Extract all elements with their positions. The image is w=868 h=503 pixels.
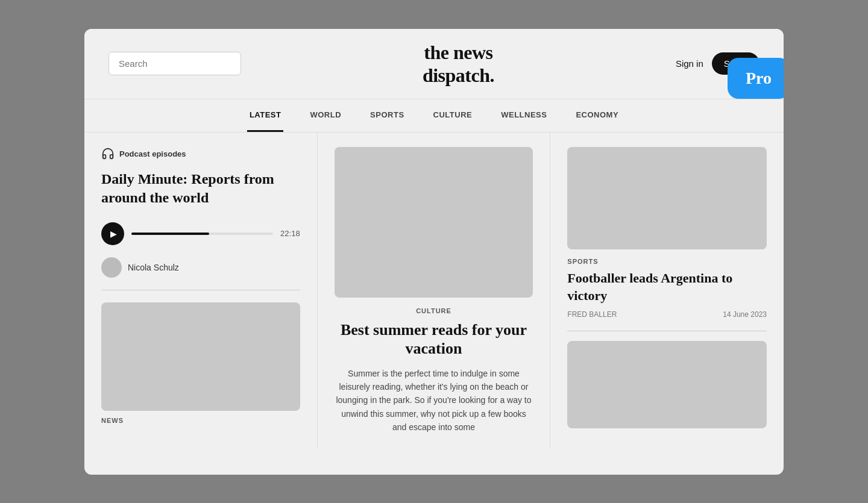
author-name: Nicola Schulz [128, 263, 179, 272]
site-title-line2: dispatch. [423, 64, 494, 86]
avatar [101, 257, 122, 278]
podcast-header: Podcast episodes [101, 147, 300, 160]
headphone-icon [101, 147, 115, 160]
podcast-label: Podcast episodes [119, 149, 186, 158]
nav: LATEST WORLD SPORTS CULTURE WELLNESS ECO… [84, 99, 784, 133]
sports-meta: FRED BALLER 14 June 2023 [567, 310, 767, 319]
nav-item-latest[interactable]: LATEST [247, 99, 284, 132]
progress-fill [131, 233, 209, 235]
divider [101, 290, 300, 290]
pro-badge[interactable]: Pro [728, 58, 784, 99]
podcast-title: Daily Minute: Reports from around the wo… [101, 170, 300, 207]
article-category: CULTURE [335, 307, 533, 314]
duration-label: 22:18 [280, 229, 300, 238]
play-button[interactable]: ▶ [101, 222, 124, 245]
author-row: Nicola Schulz [101, 257, 300, 278]
content: Podcast episodes Daily Minute: Reports f… [84, 133, 784, 448]
nav-item-economy[interactable]: ECONOMY [573, 99, 621, 132]
news-thumbnail [101, 302, 300, 411]
middle-column: CULTURE Best summer reads for your vacat… [318, 133, 551, 448]
sports-date: 14 June 2023 [723, 310, 767, 319]
divider-right [567, 331, 767, 331]
audio-player: ▶ 22:18 [101, 222, 300, 245]
sports-title: Footballer leads Argentina to victory [567, 270, 767, 304]
site-title: the news dispatch. [423, 41, 494, 87]
progress-bar[interactable] [131, 233, 273, 235]
nav-item-world[interactable]: WORLD [307, 99, 344, 132]
sports-author: FRED BALLER [567, 310, 617, 319]
pro-label: Pro [746, 69, 772, 87]
search-input[interactable] [108, 52, 241, 75]
nav-item-culture[interactable]: CULTURE [431, 99, 475, 132]
nav-item-sports[interactable]: SPORTS [368, 99, 406, 132]
article-title: Best summer reads for your vacation [335, 320, 533, 358]
feature-thumbnail [335, 147, 533, 298]
main-window: Pro the news dispatch. Sign in Sub... LA… [84, 29, 784, 475]
left-column: Podcast episodes Daily Minute: Reports f… [84, 133, 318, 448]
play-icon: ▶ [110, 229, 117, 239]
article-excerpt: Summer is the perfect time to indulge in… [335, 367, 533, 434]
sign-in-button[interactable]: Sign in [676, 58, 703, 69]
right-column: SPORTS Footballer leads Argentina to vic… [550, 133, 784, 448]
site-title-line1: the news [424, 42, 492, 63]
news-category: NEWS [101, 417, 300, 424]
sports-thumbnail [567, 147, 767, 249]
header: the news dispatch. Sign in Sub... [84, 29, 784, 100]
nav-item-wellness[interactable]: WELLNESS [498, 99, 549, 132]
sports-category: SPORTS [567, 258, 767, 265]
second-thumbnail [567, 341, 767, 428]
